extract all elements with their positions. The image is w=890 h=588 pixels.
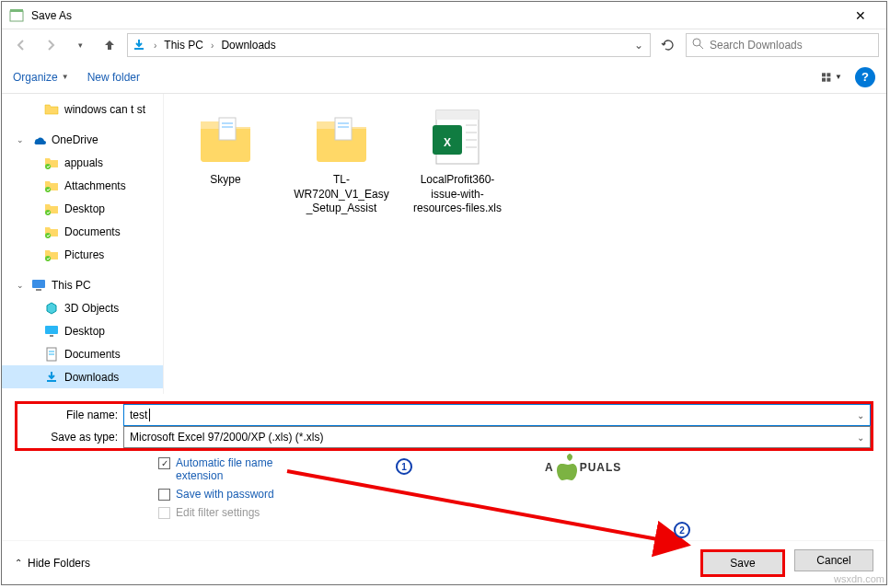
- syncfolder-icon: [44, 156, 59, 170]
- hide-folders-button[interactable]: ⌃ Hide Folders: [15, 557, 90, 570]
- desktop-icon: [44, 324, 59, 339]
- apple-icon: [554, 453, 580, 482]
- svg-rect-7: [822, 77, 826, 81]
- saveastype-label: Save as type:: [17, 431, 123, 444]
- sidebar-item-pictures[interactable]: Pictures: [2, 243, 163, 266]
- svg-point-12: [45, 233, 51, 238]
- search-input[interactable]: Search Downloads: [686, 33, 879, 57]
- svg-point-13: [45, 256, 51, 261]
- downloads-breadcrumb-icon: [132, 38, 146, 52]
- chevron-up-icon: ⌃: [15, 558, 22, 568]
- sidebar-item-this-pc[interactable]: ⌄This PC: [2, 273, 163, 296]
- 3d-icon: [44, 301, 59, 316]
- syncfolder-icon: [44, 225, 59, 239]
- checkbox-checked-icon[interactable]: ✓: [158, 457, 170, 469]
- cancel-button[interactable]: Cancel: [794, 549, 873, 571]
- toolbar: Organize▼ New folder ▼ ?: [2, 61, 886, 94]
- svg-point-11: [45, 210, 51, 215]
- filename-input[interactable]: test ⌄: [123, 404, 871, 426]
- save-button[interactable]: Save: [700, 549, 785, 577]
- refresh-button[interactable]: [656, 33, 680, 57]
- text-cursor: [149, 409, 150, 421]
- breadcrumb-dropdown[interactable]: ⌄: [631, 39, 646, 52]
- svg-line-4: [699, 45, 703, 49]
- breadcrumb-root[interactable]: This PC: [164, 39, 203, 52]
- sidebar[interactable]: windows can t st⌄OneDriveappualsAttachme…: [2, 94, 164, 394]
- svg-point-10: [45, 187, 51, 192]
- option-edit-filter: Edit filter settings: [158, 506, 873, 519]
- svg-rect-22: [219, 118, 236, 140]
- sidebar-item-attachments[interactable]: Attachments: [2, 174, 163, 197]
- dialog-title: Save As: [31, 9, 842, 22]
- annotation-badge-2: 2: [674, 522, 690, 538]
- new-folder-button[interactable]: New folder: [87, 71, 140, 84]
- form-area: File name: test ⌄ Save as type: Microsof…: [2, 394, 886, 528]
- app-icon: [9, 8, 24, 23]
- svg-rect-6: [826, 73, 830, 76]
- search-placeholder: Search Downloads: [710, 39, 803, 52]
- body: windows can t st⌄OneDriveappualsAttachme…: [2, 94, 886, 394]
- sidebar-item-desktop[interactable]: Desktop: [2, 319, 163, 342]
- svg-rect-8: [826, 77, 830, 81]
- onedrive-icon: [31, 133, 46, 147]
- option-auto-extension[interactable]: ✓ Automatic file name extension: [158, 456, 873, 482]
- sidebar-item-onedrive[interactable]: ⌄OneDrive: [2, 128, 163, 151]
- sidebar-item-documents[interactable]: Documents: [2, 342, 163, 365]
- svg-rect-5: [822, 73, 826, 76]
- checkbox-icon[interactable]: [158, 489, 170, 501]
- back-button[interactable]: [9, 33, 33, 57]
- titlebar: Save As ✕: [2, 2, 886, 29]
- file-list[interactable]: SkypeTL-WR720N_V1_Easy_Setup_AssistXLoca…: [164, 94, 886, 394]
- xls-file-icon: X: [425, 105, 490, 169]
- file-item[interactable]: TL-WR720N_V1_Easy_Setup_Assist: [291, 105, 392, 216]
- svg-rect-1: [10, 9, 23, 12]
- expand-icon[interactable]: ⌄: [17, 135, 26, 144]
- breadcrumb[interactable]: › This PC › Downloads ⌄: [127, 33, 651, 57]
- pc-icon: [31, 278, 46, 293]
- close-button[interactable]: ✕: [842, 3, 879, 29]
- syncfolder-icon: [44, 179, 59, 193]
- save-options: ✓ Automatic file name extension Save wit…: [15, 451, 873, 519]
- svg-point-3: [693, 39, 700, 46]
- watermark: wsxdn.com: [834, 573, 884, 584]
- sidebar-item-documents[interactable]: Documents: [2, 220, 163, 243]
- sidebar-item-appuals[interactable]: appuals: [2, 151, 163, 174]
- forward-button[interactable]: [39, 33, 63, 57]
- syncfolder-icon: [44, 248, 59, 262]
- recent-dropdown[interactable]: ▾: [68, 33, 92, 57]
- docs-icon: [44, 347, 59, 362]
- svg-rect-15: [36, 289, 41, 291]
- navbar: ▾ › This PC › Downloads ⌄ Search Downloa…: [2, 29, 886, 61]
- help-button[interactable]: ?: [855, 67, 875, 87]
- file-item[interactable]: Skype: [175, 105, 276, 188]
- up-button[interactable]: [98, 33, 121, 57]
- file-item[interactable]: XLocalProfit360-issue-with-resources-fil…: [407, 105, 508, 216]
- sidebar-item-downloads[interactable]: Downloads: [2, 365, 163, 388]
- search-icon: [692, 38, 704, 52]
- sidebar-item-windows-can-t-st[interactable]: windows can t st: [2, 98, 163, 121]
- expand-icon[interactable]: ⌄: [17, 281, 26, 290]
- appuals-logo: A PUALS: [545, 453, 621, 482]
- option-save-password[interactable]: Save with password: [158, 488, 873, 501]
- footer: ⌃ Hide Folders Save Cancel: [2, 540, 886, 584]
- saveastype-select[interactable]: Microsoft Excel 97/2000/XP (.xls) (*.xls…: [123, 426, 871, 448]
- view-button[interactable]: ▼: [822, 67, 842, 87]
- svg-rect-0: [10, 11, 23, 21]
- downloads-icon: [44, 370, 59, 385]
- saveastype-dropdown[interactable]: ⌄: [857, 432, 864, 443]
- chevron-right-icon: ›: [207, 40, 217, 51]
- svg-rect-17: [50, 335, 53, 337]
- svg-rect-16: [45, 326, 58, 334]
- filename-label: File name:: [17, 409, 123, 421]
- organize-button[interactable]: Organize▼: [13, 71, 69, 84]
- svg-rect-2: [134, 48, 144, 50]
- chevron-right-icon: ›: [150, 40, 160, 51]
- filename-dropdown[interactable]: ⌄: [857, 410, 864, 421]
- svg-text:X: X: [444, 136, 451, 149]
- folder-icon: [193, 105, 258, 169]
- breadcrumb-current[interactable]: Downloads: [221, 39, 275, 52]
- svg-rect-29: [436, 110, 479, 120]
- sidebar-item-3d-objects[interactable]: 3D Objects: [2, 296, 163, 319]
- svg-rect-14: [32, 280, 45, 288]
- sidebar-item-desktop[interactable]: Desktop: [2, 197, 163, 220]
